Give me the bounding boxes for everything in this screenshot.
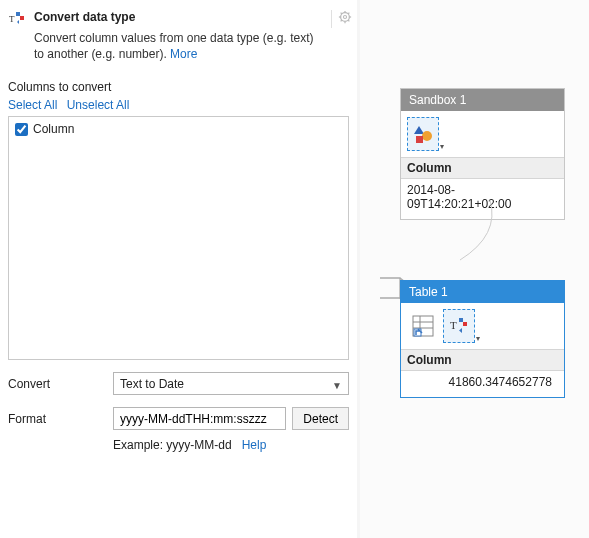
svg-point-4 — [343, 15, 346, 18]
chevron-down-icon: ▾ — [476, 334, 480, 343]
svg-rect-2 — [20, 16, 24, 20]
columns-label: Columns to convert — [8, 80, 349, 94]
more-link[interactable]: More — [170, 47, 197, 61]
format-row: Format Detect — [8, 407, 349, 430]
sandbox-col-header: Column — [401, 157, 564, 179]
help-link[interactable]: Help — [242, 438, 267, 452]
table-convert-node-icon[interactable]: T ▾ — [443, 309, 475, 343]
table-title: Table 1 — [401, 281, 564, 303]
format-input[interactable] — [113, 407, 286, 430]
format-label: Format — [8, 412, 113, 426]
svg-line-11 — [341, 20, 342, 21]
convert-row: Convert Text to Date ▼ — [8, 372, 349, 395]
example-row: Example: yyyy-MM-dd Help — [113, 438, 349, 452]
chevron-down-icon: ▼ — [332, 380, 342, 391]
workflow-canvas[interactable]: Sandbox 1 ▾ Column 2014-08-09T14:20:21+0… — [360, 0, 589, 538]
svg-marker-13 — [414, 126, 424, 134]
column-checkbox[interactable] — [15, 123, 28, 136]
table-toolbar: T ▾ — [401, 303, 564, 349]
svg-line-9 — [341, 13, 342, 14]
svg-text:T: T — [9, 14, 15, 24]
select-all-link[interactable]: Select All — [8, 98, 57, 112]
table-source-node-icon[interactable] — [407, 309, 439, 343]
table-col-value: 41860.3474652778 — [401, 371, 564, 397]
flow-connector-icon — [430, 200, 540, 270]
svg-rect-22 — [459, 318, 463, 322]
unselect-all-link[interactable]: Unselect All — [67, 98, 130, 112]
panel-description: Convert column values from one data type… — [34, 30, 315, 62]
table-panel[interactable]: Table 1 T ▾ Column 41860.3474652778 — [400, 280, 565, 398]
select-row: Select All Unselect All — [8, 98, 349, 112]
detect-button[interactable]: Detect — [292, 407, 349, 430]
svg-point-14 — [422, 131, 432, 141]
chevron-down-icon: ▾ — [440, 142, 444, 151]
sandbox-title: Sandbox 1 — [401, 89, 564, 111]
svg-rect-1 — [16, 12, 20, 16]
gear-icon[interactable] — [331, 10, 349, 28]
svg-text:T: T — [450, 319, 457, 331]
convert-select[interactable]: Text to Date ▼ — [113, 372, 349, 395]
config-panel: T Convert data type Convert column value… — [0, 0, 360, 538]
panel-title: Convert data type — [34, 10, 315, 24]
columns-listbox[interactable]: Column — [8, 116, 349, 360]
column-item[interactable]: Column — [13, 121, 344, 137]
convert-label: Convert — [8, 377, 113, 391]
convert-data-type-icon: T — [8, 10, 26, 28]
table-col-header: Column — [401, 349, 564, 371]
sandbox-toolbar: ▾ — [401, 111, 564, 157]
header: T Convert data type Convert column value… — [8, 10, 349, 62]
svg-line-10 — [348, 20, 349, 21]
svg-rect-15 — [416, 136, 423, 143]
svg-rect-23 — [463, 322, 467, 326]
column-item-label: Column — [33, 122, 74, 136]
svg-line-12 — [348, 13, 349, 14]
sandbox-node-icon[interactable]: ▾ — [407, 117, 439, 151]
example-text: Example: yyyy-MM-dd — [113, 438, 232, 452]
